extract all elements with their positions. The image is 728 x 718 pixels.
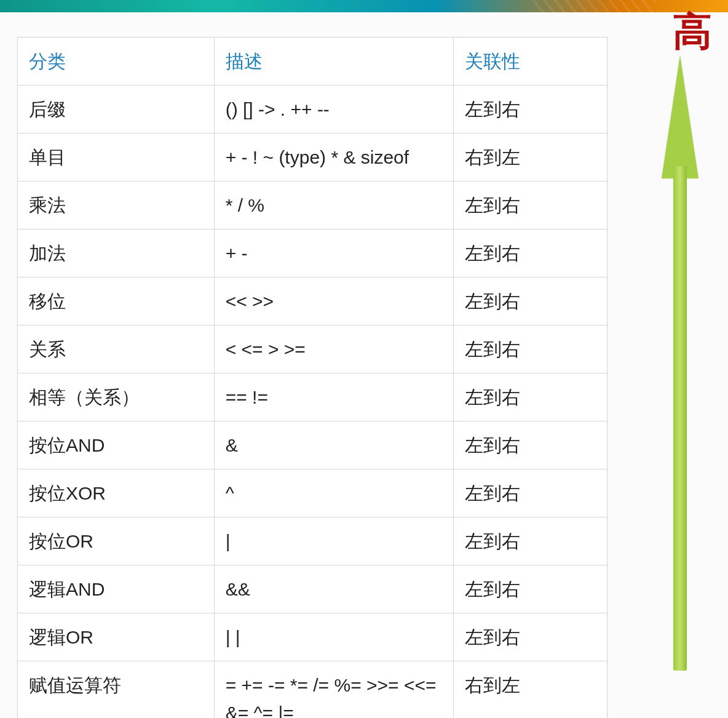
cell-category: 按位XOR — [18, 469, 215, 517]
cell-description: < <= > >= — [214, 325, 454, 373]
cell-category: 乘法 — [18, 181, 215, 229]
cell-description: + - — [214, 229, 454, 277]
operator-precedence-table: 分类 描述 关联性 后缀() [] -> . ++ --左到右单目+ - ! ~… — [17, 37, 607, 718]
cell-category: 单目 — [18, 134, 215, 181]
cell-description: = += -= *= /= %= >>= <<= &= ^= |= — [214, 661, 454, 719]
header-description: 描述 — [214, 38, 454, 86]
cell-category: 关系 — [18, 325, 215, 373]
cell-category: 逻辑OR — [18, 613, 215, 661]
cell-associativity: 左到右 — [454, 86, 607, 134]
cell-associativity: 右到左 — [454, 134, 607, 181]
cell-associativity: 左到右 — [454, 469, 607, 517]
table-row: 后缀() [] -> . ++ --左到右 — [18, 86, 607, 134]
cell-category: 按位AND — [18, 421, 215, 469]
cell-category: 相等（关系） — [18, 373, 215, 421]
cell-description: () [] -> . ++ -- — [214, 86, 454, 134]
cell-description: * / % — [214, 181, 454, 229]
page-content: 高 分类 描述 关联性 后缀() [] -> . ++ --左到右单目+ - !… — [0, 12, 728, 718]
cell-description: & — [214, 421, 454, 469]
priority-arrow-icon — [662, 55, 698, 671]
cell-associativity: 左到右 — [454, 613, 607, 661]
top-decorative-banner — [0, 0, 728, 12]
table-row: 单目+ - ! ~ (type) * & sizeof右到左 — [18, 134, 607, 181]
cell-description: ^ — [214, 469, 454, 517]
cell-associativity: 左到右 — [454, 517, 607, 565]
table-row: 关系< <= > >=左到右 — [18, 325, 607, 373]
cell-associativity: 左到右 — [454, 421, 607, 469]
cell-associativity: 左到右 — [454, 229, 607, 277]
cell-category: 后缀 — [18, 86, 215, 134]
cell-description: + - ! ~ (type) * & sizeof — [214, 134, 454, 181]
cell-description: | — [214, 517, 454, 565]
table-row: 赋值运算符= += -= *= /= %= >>= <<= &= ^= |=右到… — [18, 661, 607, 719]
header-category: 分类 — [18, 38, 215, 86]
table-row: 逻辑OR| |左到右 — [18, 613, 607, 661]
cell-category: 逻辑AND — [18, 565, 215, 613]
cell-associativity: 左到右 — [454, 373, 607, 421]
table-row: 按位AND&左到右 — [18, 421, 607, 469]
table-row: 移位<< >>左到右 — [18, 277, 607, 325]
cell-description: | | — [214, 613, 454, 661]
table-row: 相等（关系）== !=左到右 — [18, 373, 607, 421]
cell-description: << >> — [214, 277, 454, 325]
cell-associativity: 左到右 — [454, 565, 607, 613]
table-header-row: 分类 描述 关联性 — [18, 38, 607, 86]
cell-description: == != — [214, 373, 454, 421]
cell-description: && — [214, 565, 454, 613]
table-row: 按位OR|左到右 — [18, 517, 607, 565]
cell-associativity: 右到左 — [454, 661, 607, 719]
cell-category: 按位OR — [18, 517, 215, 565]
label-high-priority: 高 — [673, 12, 712, 52]
cell-associativity: 左到右 — [454, 181, 607, 229]
table-row: 乘法* / %左到右 — [18, 181, 607, 229]
cell-associativity: 左到右 — [454, 325, 607, 373]
cell-category: 赋值运算符 — [18, 661, 215, 719]
cell-associativity: 左到右 — [454, 277, 607, 325]
cell-category: 移位 — [18, 277, 215, 325]
table-row: 逻辑AND&&左到右 — [18, 565, 607, 613]
cell-category: 加法 — [18, 229, 215, 277]
table-row: 按位XOR^左到右 — [18, 469, 607, 517]
table-row: 加法+ -左到右 — [18, 229, 607, 277]
header-associativity: 关联性 — [454, 38, 607, 86]
